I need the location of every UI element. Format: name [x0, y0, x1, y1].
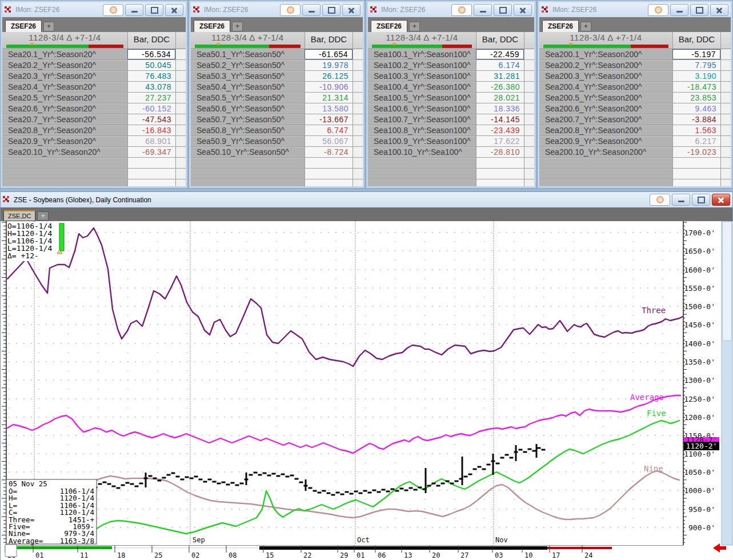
table-row[interactable]: Sea50.8_Yr^:Season50^6.747 — [191, 125, 363, 136]
maximize-button[interactable] — [690, 4, 708, 16]
table-row[interactable]: Sea200.3_Yr^:Season200^3.190 — [539, 71, 731, 82]
table-row[interactable]: Sea20.10_Yr^:Season20^-69.347 — [2, 147, 186, 158]
table-row[interactable]: Sea200.2_Yr^:Season200^7.795 — [539, 60, 731, 71]
price-tick-label: 1500-0' — [684, 302, 715, 311]
table-row[interactable]: Sea50.1_Yr^:Season50^-61.654 — [191, 49, 363, 60]
tab-add-button[interactable]: + — [43, 22, 54, 31]
table-row[interactable]: Sea100.7_Yr^:Season100^-14.145 — [368, 114, 534, 125]
table-row[interactable]: Sea100.1_Yr^:Season100^-22.459 — [368, 49, 534, 60]
row-value: -19.023 — [672, 147, 720, 157]
tab-bar: ZSEF26+ — [368, 17, 534, 32]
window-titlebar[interactable]: IMon: ZSEF26 — [191, 2, 363, 17]
row-label: Sea20.3_Yr^:Season20^ — [2, 71, 127, 81]
table-row[interactable]: Sea100.6_Yr^:Season100^18.336 — [368, 103, 534, 114]
empty-row — [191, 158, 363, 169]
pin-circle-icon — [287, 6, 294, 14]
close-button[interactable] — [165, 4, 183, 16]
table-row[interactable]: Sea100.4_Yr^:Season100^-26.380 — [368, 82, 534, 93]
pin-button[interactable] — [451, 4, 472, 16]
window-titlebar[interactable]: IMon: ZSEF26 — [539, 2, 731, 17]
tab-add-button[interactable]: + — [409, 22, 420, 31]
minimize-button[interactable] — [672, 194, 690, 206]
table-row[interactable]: Sea20.8_Yr^:Season20^-16.843 — [2, 125, 186, 136]
close-button[interactable] — [342, 4, 361, 16]
table-row[interactable]: Sea50.4_Yr^:Season50^-10.906 — [191, 82, 363, 93]
chart-titlebar[interactable]: ZSE - Soybeans (Globex), Daily Continuat… — [1, 192, 732, 207]
scrollbar-thumb[interactable] — [723, 222, 732, 341]
table-row[interactable]: Sea20.9_Yr^:Season20^68.901 — [2, 136, 186, 147]
timeline-segment — [547, 547, 612, 549]
table-row[interactable]: Sea20.4_Yr^:Season20^43.078 — [2, 82, 186, 93]
tab-zsef26[interactable]: ZSEF26 — [5, 20, 42, 32]
close-button[interactable] — [710, 4, 728, 16]
close-button[interactable] — [712, 194, 730, 206]
tab-zsef26[interactable]: ZSEF26 — [371, 20, 407, 32]
tab-zsef26[interactable]: ZSEF26 — [194, 20, 230, 32]
empty-row — [539, 158, 731, 169]
table-row[interactable]: Sea200.6_Yr^:Season200^9.463 — [539, 103, 731, 114]
window-titlebar[interactable]: IMon: ZSEF26 — [368, 2, 534, 17]
pin-button[interactable] — [103, 4, 123, 16]
table-row[interactable]: Sea50.9_Yr^:Season50^56.067 — [191, 136, 363, 147]
row-value: 7.795 — [672, 60, 720, 70]
table-row[interactable]: Sea100.2_Yr^:Season100^6.174 — [368, 60, 534, 71]
table-row[interactable]: Sea200.10_Yr^:Season200^-19.023 — [539, 147, 731, 158]
maximize-icon — [499, 7, 507, 14]
tab-add-button[interactable]: + — [232, 22, 243, 31]
close-button[interactable] — [514, 4, 532, 16]
chart-plot[interactable]: NineFiveAverageThree1700-0'1650-0'1600-0… — [1, 221, 733, 560]
tab-add-button[interactable]: + — [580, 22, 591, 31]
table-row[interactable]: Sea20.3_Yr^:Season20^76.483 — [2, 71, 186, 82]
table-row[interactable]: Sea100.8_Yr^:Season100^-23.439 — [368, 125, 534, 136]
svg-text:1120-2': 1120-2' — [686, 442, 718, 450]
pin-button[interactable] — [280, 4, 301, 16]
table-row[interactable]: Sea100.5_Yr^:Season100^28.021 — [368, 93, 534, 103]
tab-zse-dc[interactable]: ZSE,DC — [3, 210, 35, 221]
maximize-button[interactable] — [692, 194, 710, 206]
table-row[interactable]: Sea50.2_Yr^:Season50^19.978 — [191, 60, 363, 71]
table-row[interactable]: Sea200.5_Yr^:Season200^23.853 — [539, 93, 731, 103]
row-label: Sea100.5_Yr^:Season100^ — [368, 93, 476, 103]
pin-circle-icon — [110, 6, 117, 14]
minimize-button[interactable] — [125, 4, 143, 16]
close-icon — [715, 6, 723, 14]
date-tick-label: 10 — [524, 551, 532, 559]
table-row[interactable]: Sea50.6_Yr^:Season50^13.580 — [191, 103, 363, 114]
minimize-button[interactable] — [302, 4, 321, 16]
row-label: Sea100.9_Yr^:Season100^ — [368, 136, 476, 146]
row-label: Sea50.7_Yr^:Season50^ — [191, 114, 305, 125]
price-tick-label: 1300-0' — [684, 376, 715, 385]
table-row[interactable]: Sea200.4_Yr^:Season200^-18.473 — [539, 82, 731, 93]
timeline-segment — [8, 546, 112, 549]
close-icon — [170, 6, 178, 14]
table-row[interactable]: Sea200.7_Yr^:Season200^-3.884 — [539, 114, 731, 125]
table-row[interactable]: Sea20.2_Yr^:Season20^50.045 — [2, 60, 186, 71]
pin-button[interactable] — [650, 194, 670, 206]
table-row[interactable]: Sea20.7_Yr^:Season20^-47.543 — [2, 114, 186, 125]
table-row[interactable]: Sea20.1_Yr^:Season20^-56.534 — [2, 49, 186, 60]
table-row[interactable]: Sea20.5_Yr^:Season20^27.237 — [2, 93, 186, 103]
table-row[interactable]: Sea200.9_Yr^:Season200^6.217 — [539, 136, 731, 147]
maximize-button[interactable] — [494, 4, 512, 16]
pin-button[interactable] — [648, 4, 668, 16]
minimize-button[interactable] — [670, 4, 688, 16]
table-row[interactable]: Sea20.6_Yr^:Season20^-60.152 — [2, 103, 186, 114]
minimize-button[interactable] — [474, 4, 492, 16]
table-row[interactable]: Sea100.10_Yr^:Sea100^-28.810 — [368, 147, 534, 158]
table-row[interactable]: Sea50.7_Yr^:Season50^-13.667 — [191, 114, 363, 125]
table-row[interactable]: Sea200.8_Yr^:Season200^1.563 — [539, 125, 731, 136]
table-row[interactable]: Sea50.3_Yr^:Season50^26.125 — [191, 71, 363, 82]
tab-add-button[interactable]: + — [37, 211, 49, 221]
tab-zsef26[interactable]: ZSEF26 — [542, 20, 579, 32]
table-row[interactable]: Sea100.9_Yr^:Season100^17.622 — [368, 136, 534, 147]
table-row[interactable]: Sea50.5_Yr^:Season50^21.314 — [191, 93, 363, 103]
maximize-button[interactable] — [145, 4, 163, 16]
table-row[interactable]: Sea50.10_Yr^:Season50^-8.724 — [191, 147, 363, 158]
gauge-marker-icon — [392, 43, 396, 49]
quote-header: 1128-3/4 Δ +7-1/4 — [570, 33, 642, 42]
table-row[interactable]: Sea200.1_Yr^:Season200^-5.197 — [539, 49, 731, 60]
maximize-button[interactable] — [322, 4, 341, 16]
window-titlebar[interactable]: IMon: ZSEF26 — [2, 2, 186, 17]
row-value: 43.078 — [127, 82, 175, 92]
table-row[interactable]: Sea100.3_Yr^:Season100^31.281 — [368, 71, 534, 82]
